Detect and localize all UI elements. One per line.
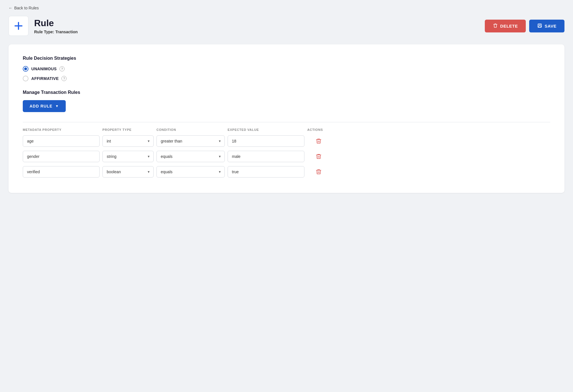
row3-condition-wrapper: equals greater than less than not equals… <box>156 166 225 178</box>
row1-condition-wrapper: equals greater than less than not equals… <box>156 135 225 147</box>
row2-condition-wrapper: equals greater than less than not equals… <box>156 151 225 162</box>
header-row: Rule Rule Type: Transaction DELETE <box>9 16 564 36</box>
row1-trash-icon <box>316 138 322 144</box>
save-button[interactable]: SAVE <box>529 20 564 32</box>
row3-trash-icon <box>316 169 322 175</box>
back-link-label: Back to Rules <box>14 6 39 10</box>
save-icon <box>537 23 542 29</box>
delete-label: DELETE <box>500 24 518 28</box>
rule-type-value: Transaction <box>55 30 78 34</box>
row3-property-type-wrapper: int string boolean float ▼ <box>102 166 154 178</box>
row2-trash-icon <box>316 153 322 160</box>
strategies-title: Rule Decision Strategies <box>23 56 550 61</box>
col-header-property-type: PROPERTY TYPE <box>102 128 154 131</box>
back-to-rules-link[interactable]: ← Back to Rules <box>9 6 39 10</box>
row2-metadata-property[interactable] <box>23 151 100 162</box>
row1-condition[interactable]: equals greater than less than not equals… <box>156 135 225 147</box>
header-left: Rule Rule Type: Transaction <box>9 16 78 36</box>
table-header: METADATA PROPERTY PROPERTY TYPE CONDITIO… <box>23 128 550 131</box>
rule-info: Rule Rule Type: Transaction <box>34 18 78 34</box>
row2-property-type[interactable]: int string boolean float <box>102 151 154 162</box>
table-row: int string boolean float ▼ equals greate… <box>23 151 550 162</box>
row3-condition[interactable]: equals greater than less than not equals… <box>156 166 225 178</box>
row1-property-type[interactable]: int string boolean float <box>102 135 154 147</box>
save-label: SAVE <box>545 24 556 28</box>
manage-title: Manage Transaction Rules <box>23 90 550 95</box>
rule-title: Rule <box>34 18 78 28</box>
row3-property-type[interactable]: int string boolean float <box>102 166 154 178</box>
svg-rect-1 <box>539 24 541 25</box>
table-row: int string boolean float ▼ equals greate… <box>23 166 550 178</box>
row2-expected-value[interactable] <box>228 151 304 162</box>
row1-property-type-wrapper: int string boolean float ▼ <box>102 135 154 147</box>
delete-button[interactable]: DELETE <box>485 20 526 32</box>
col-header-condition: CONDITION <box>156 128 225 131</box>
header-buttons: DELETE SAVE <box>485 20 564 32</box>
strategies-radio-group: UNANIMOUS ? AFFIRMATIVE ? <box>23 66 550 81</box>
trash-icon <box>493 23 498 29</box>
row2-delete-button[interactable] <box>307 152 330 161</box>
main-card: Rule Decision Strategies UNANIMOUS ? AFF… <box>9 44 564 193</box>
col-header-expected-value: EXPECTED VALUE <box>228 128 304 131</box>
row1-delete-button[interactable] <box>307 136 330 146</box>
row3-metadata-property[interactable] <box>23 166 100 178</box>
chevron-down-icon: ▼ <box>55 104 59 108</box>
strategy-unanimous[interactable]: UNANIMOUS ? <box>23 66 550 72</box>
table-divider <box>23 122 550 122</box>
col-header-actions: ACTIONS <box>307 128 330 131</box>
affirmative-radio[interactable] <box>23 76 28 81</box>
row2-condition[interactable]: equals greater than less than not equals… <box>156 151 225 162</box>
rule-type-label: Rule Type: <box>34 30 54 34</box>
add-rule-label: ADD RULE <box>30 104 52 108</box>
unanimous-label: UNANIMOUS <box>31 67 57 71</box>
row3-delete-button[interactable] <box>307 167 330 177</box>
affirmative-label: AFFIRMATIVE <box>31 76 59 81</box>
unanimous-help-icon[interactable]: ? <box>59 66 65 71</box>
svg-rect-2 <box>539 26 541 27</box>
row1-metadata-property[interactable] <box>23 135 100 147</box>
arrow-left-icon: ← <box>9 6 13 10</box>
affirmative-help-icon[interactable]: ? <box>61 76 67 81</box>
add-rule-button[interactable]: ADD RULE ▼ <box>23 100 66 112</box>
strategy-affirmative[interactable]: AFFIRMATIVE ? <box>23 76 550 81</box>
table-row: int string boolean float ▼ equals greate… <box>23 135 550 147</box>
plus-icon <box>13 21 24 31</box>
unanimous-radio[interactable] <box>23 66 28 72</box>
row3-expected-value[interactable] <box>228 166 304 178</box>
row1-expected-value[interactable] <box>228 135 304 147</box>
col-header-metadata-property: METADATA PROPERTY <box>23 128 100 131</box>
row2-property-type-wrapper: int string boolean float ▼ <box>102 151 154 162</box>
rule-type: Rule Type: Transaction <box>34 30 78 34</box>
rule-icon <box>9 16 28 36</box>
